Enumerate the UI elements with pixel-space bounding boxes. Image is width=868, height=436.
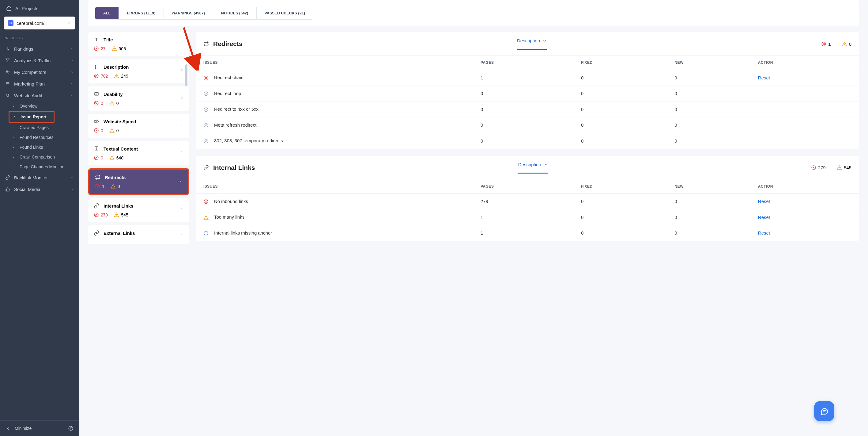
bars-icon	[5, 46, 10, 52]
status-icon	[204, 139, 209, 144]
project-selector[interactable]: C cerebral.com/	[4, 17, 75, 29]
chevron-down-icon	[70, 187, 74, 191]
table-row[interactable]: Internal links missing anchor100Reset	[196, 225, 859, 241]
col-new: NEW	[668, 56, 752, 70]
filter-tabs-card: ALL ERRORS (1119) WARNINGS (4587) NOTICE…	[88, 0, 859, 26]
subnav-overview[interactable]: Overview	[8, 101, 79, 111]
nav-website-audit[interactable]: Website Audit	[0, 90, 79, 101]
issue-category-list: Title27906Description782249Usability00We…	[88, 32, 189, 244]
section-internal: Internal LinksDescription279545ISSUESPAG…	[196, 156, 859, 241]
main-content: ALL ERRORS (1119) WARNINGS (4587) NOTICE…	[79, 0, 868, 436]
scrollbar-thumb[interactable]	[185, 64, 187, 86]
svg-point-17	[204, 123, 208, 127]
issue-card-label: Internal Links	[103, 203, 133, 208]
subnav-found-resources[interactable]: Found Resources	[8, 133, 79, 142]
issue-card-speed[interactable]: Website Speed00	[88, 114, 189, 138]
subnav-crawled-pages[interactable]: Crawled Pages	[8, 123, 79, 133]
chat-button[interactable]	[814, 401, 834, 421]
tab-warnings[interactable]: WARNINGS (4587)	[163, 7, 213, 19]
subnav-crawl-comparison[interactable]: Crawl Comparison	[8, 152, 79, 162]
nav-backlink[interactable]: Backlink Monitor	[0, 172, 79, 183]
table-row[interactable]: Redirect loop000	[196, 86, 859, 101]
reset-link[interactable]: Reset	[758, 230, 770, 235]
description-icon	[94, 64, 99, 69]
tab-all[interactable]: ALL	[95, 7, 119, 19]
table-row[interactable]: No inbound links27900Reset	[196, 194, 859, 209]
issue-name: Redirect to 4xx or 5xx	[214, 107, 258, 112]
chevron-down-icon	[70, 59, 74, 62]
pages-cell: 0	[474, 86, 575, 101]
chevron-down-icon	[67, 21, 71, 25]
nav-competitors[interactable]: My Competitors	[0, 66, 79, 78]
reset-link[interactable]: Reset	[758, 75, 770, 80]
section-title: Redirects	[213, 40, 243, 48]
chevron-right-icon	[179, 179, 183, 182]
tab-notices[interactable]: NOTICES (542)	[213, 7, 256, 19]
table-row[interactable]: Redirect to 4xx or 5xx000	[196, 101, 859, 117]
svg-point-16	[204, 108, 208, 112]
col-issues: ISSUES	[196, 179, 474, 194]
arrow-left-icon	[5, 426, 10, 431]
issue-name: 302, 303, 307 temporary redirects	[214, 138, 283, 143]
description-dropdown[interactable]: Description	[518, 162, 548, 174]
table-row[interactable]: Redirect chain100Reset	[196, 70, 859, 86]
reset-link[interactable]: Reset	[758, 214, 770, 220]
issues-table: ISSUESPAGESFIXEDNEWACTIONNo inbound link…	[196, 179, 859, 241]
error-count: 27	[94, 46, 106, 51]
reset-link[interactable]: Reset	[758, 199, 770, 204]
sidebar-footer: Minimize	[0, 420, 79, 436]
table-row[interactable]: Meta refresh redirect000	[196, 117, 859, 133]
help-icon[interactable]	[68, 426, 73, 431]
issue-card-label: Textual Content	[103, 146, 138, 151]
pages-cell: 1	[474, 70, 575, 86]
fixed-cell: 0	[575, 101, 668, 117]
warning-count: 0	[111, 184, 120, 189]
minimize-button[interactable]: Minimize	[5, 426, 32, 431]
pages-cell: 1	[474, 209, 575, 225]
issue-name: No inbound links	[214, 199, 248, 204]
tab-passed[interactable]: PASSED CHECKS (91)	[256, 7, 313, 19]
table-row[interactable]: 302, 303, 307 temporary redirects000	[196, 133, 859, 149]
issue-card-title[interactable]: Title27906	[88, 32, 189, 56]
issue-card-textual[interactable]: Textual Content0640	[88, 141, 189, 165]
issue-card-usability[interactable]: Usability00	[88, 86, 189, 111]
fixed-cell: 0	[575, 70, 668, 86]
chevron-down-icon	[70, 82, 74, 86]
subnav-found-links[interactable]: Found Links	[8, 142, 79, 152]
pages-cell: 0	[474, 117, 575, 133]
issue-name: Too many links	[214, 214, 244, 220]
error-count: 0	[94, 100, 103, 106]
issue-card-external[interactable]: External Links	[88, 225, 189, 244]
col-action: ACTION	[752, 179, 859, 194]
chevron-up-icon	[70, 93, 74, 97]
issue-card-internal[interactable]: Internal Links279545	[88, 198, 189, 222]
issue-name: Meta refresh redirect	[214, 122, 256, 127]
nav-marketing[interactable]: Marketing Plan	[0, 78, 79, 90]
issue-card-label: Website Speed	[103, 119, 136, 124]
issue-card-redirects[interactable]: Redirects10	[88, 168, 189, 195]
svg-point-18	[204, 139, 208, 143]
nav-analytics[interactable]: Analytics & Traffic	[0, 55, 79, 66]
nav-rankings[interactable]: Rankings	[0, 43, 79, 55]
section-title: Internal Links	[213, 164, 255, 171]
fixed-cell: 0	[575, 133, 668, 149]
nav-social[interactable]: Social Media	[0, 183, 79, 195]
table-row[interactable]: Too many links100Reset	[196, 209, 859, 225]
all-projects-link[interactable]: All Projects	[0, 5, 79, 17]
status-icon	[204, 215, 209, 220]
description-dropdown[interactable]: Description	[517, 38, 547, 50]
warning-count: 249	[114, 73, 128, 79]
subnav-page-changes[interactable]: Page Changes Monitor	[8, 162, 79, 172]
fixed-cell: 0	[575, 194, 668, 209]
backlink-icon	[5, 175, 10, 180]
issue-card-label: Description	[103, 64, 129, 69]
pages-cell: 0	[474, 133, 575, 149]
chevron-right-icon	[180, 232, 184, 235]
issue-card-description[interactable]: Description782249	[88, 59, 189, 83]
tab-errors[interactable]: ERRORS (1119)	[119, 7, 163, 19]
issue-name: Internal links missing anchor	[214, 230, 272, 235]
col-action: ACTION	[752, 56, 859, 70]
col-fixed: FIXED	[575, 56, 668, 70]
chevron-right-icon	[180, 150, 184, 154]
subnav-issue-report[interactable]: Issue Report	[8, 111, 55, 123]
